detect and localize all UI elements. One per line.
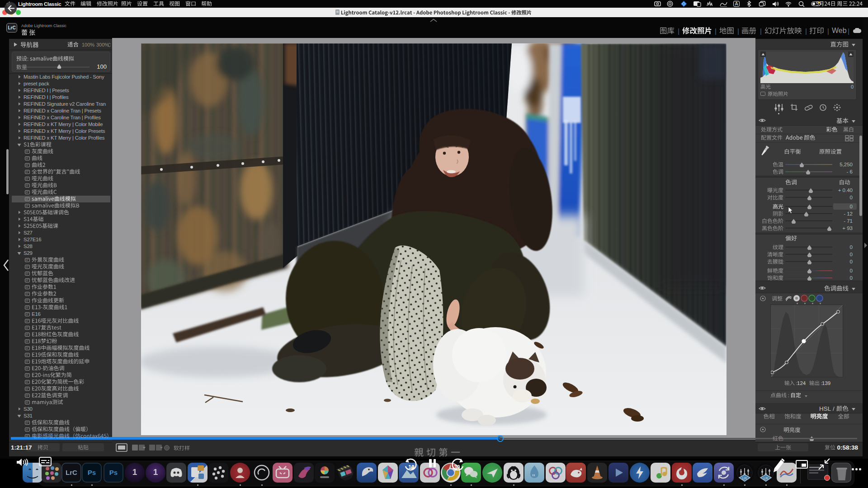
svg-text:30: 30: [454, 464, 460, 470]
svg-text:10: 10: [408, 464, 415, 470]
svg-text:,,: ,,: [532, 470, 535, 477]
svg-text:LR: LR: [742, 476, 747, 480]
svg-text:LR: LR: [764, 476, 768, 480]
